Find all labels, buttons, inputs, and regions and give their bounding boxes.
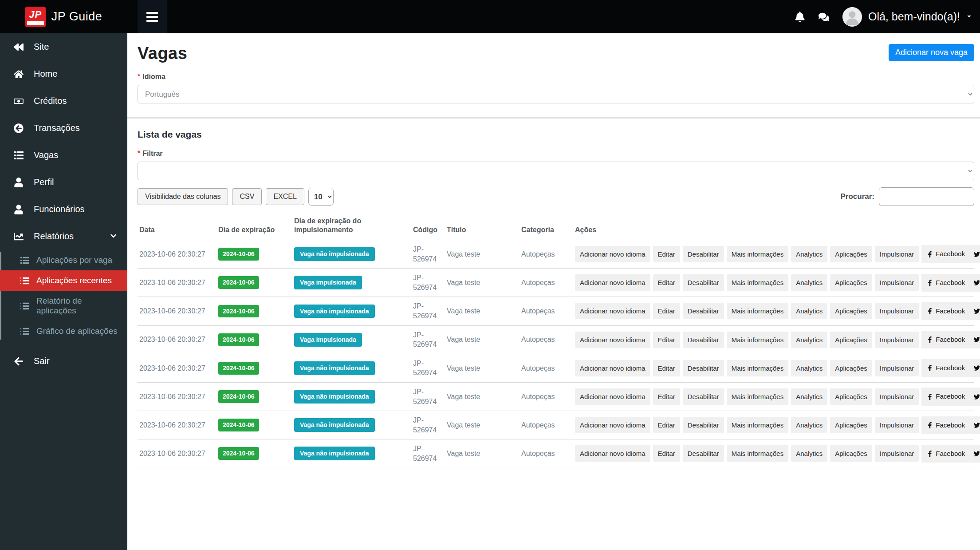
csv-export-button[interactable]: CSV [232,188,262,205]
applications-button[interactable]: Aplicações [830,445,872,462]
add-language-button[interactable]: Adicionar novo idioma [575,360,650,376]
facebook-link[interactable]: Facebook [927,449,965,458]
page-size-select[interactable]: 10 [308,188,334,206]
edit-button[interactable]: Editar [653,303,680,319]
applications-button[interactable]: Aplicações [830,303,872,319]
twitter-link[interactable]: Twitter [974,335,980,344]
more-info-button[interactable]: Mais informações [727,360,789,376]
sidebar-subitem-grafico-de-aplicacoes[interactable]: Gráfico de aplicações [0,321,127,341]
disable-button[interactable]: Desabilitar [683,332,724,348]
add-language-button[interactable]: Adicionar novo idioma [575,445,650,462]
boost-button[interactable]: Impulsionar [875,246,919,262]
twitter-link[interactable]: Twitter [974,392,980,401]
sidebar-item-relatorios[interactable]: Relatórios [0,223,127,250]
add-language-button[interactable]: Adicionar novo idioma [575,388,650,405]
boost-button[interactable]: Impulsionar [875,274,919,291]
column-visibility-button[interactable]: Visibilidade das colunas [138,188,228,205]
applications-button[interactable]: Aplicações [830,332,872,348]
disable-button[interactable]: Desabilitar [683,388,724,405]
sidebar-subitem-aplicacoes-por-vaga[interactable]: Aplicações por vaga [0,250,127,270]
column-header-categoria[interactable]: Categoria [520,212,573,240]
sidebar-subitem-relatorio-de-aplicacoes[interactable]: Relatório de aplicações [0,291,127,321]
column-header-codigo[interactable]: Código [411,212,445,240]
boost-button[interactable]: Impulsionar [875,388,919,405]
add-language-button[interactable]: Adicionar novo idioma [575,246,650,262]
sidebar-item-funcionarios[interactable]: Funcionários [0,196,127,223]
messages-icon[interactable] [819,12,829,22]
analytics-button[interactable]: Analytics [791,303,827,319]
column-header-impulsionamento[interactable]: Dia de expiração do impulsionamento [292,212,411,240]
edit-button[interactable]: Editar [653,360,680,376]
boost-button[interactable]: Impulsionar [875,303,919,319]
analytics-button[interactable]: Analytics [791,274,827,291]
sidebar-item-sair[interactable]: Sair [0,348,127,375]
more-info-button[interactable]: Mais informações [727,332,789,348]
twitter-link[interactable]: Twitter [974,307,980,316]
notifications-bell-icon[interactable] [795,12,805,22]
user-menu[interactable]: Olá, bem-vindo(a)! [842,7,972,27]
boost-button[interactable]: Impulsionar [875,417,919,433]
analytics-button[interactable]: Analytics [791,388,827,405]
sidebar-item-home[interactable]: Home [0,60,127,87]
edit-button[interactable]: Editar [653,246,680,262]
add-language-button[interactable]: Adicionar novo idioma [575,303,650,319]
facebook-link[interactable]: Facebook [927,364,965,372]
sidebar-subitem-aplicacoes-recentes[interactable]: Aplicações recentes [0,270,127,291]
boost-button[interactable]: Impulsionar [875,332,919,348]
edit-button[interactable]: Editar [653,417,680,433]
idioma-select[interactable]: Português [138,85,974,103]
boost-button[interactable]: Impulsionar [875,360,919,376]
sidebar-toggle-button[interactable] [138,0,167,33]
disable-button[interactable]: Desabilitar [683,417,724,433]
boost-button[interactable]: Impulsionar [875,445,919,462]
disable-button[interactable]: Desabilitar [683,246,724,262]
more-info-button[interactable]: Mais informações [727,274,789,291]
column-header-titulo[interactable]: Título [445,212,520,240]
twitter-link[interactable]: Twitter [974,449,980,458]
excel-export-button[interactable]: EXCEL [266,188,304,205]
sidebar-item-creditos[interactable]: Créditos [0,87,127,115]
twitter-link[interactable]: Twitter [974,364,980,372]
facebook-link[interactable]: Facebook [927,421,965,430]
facebook-link[interactable]: Facebook [927,335,965,344]
sidebar-item-perfil[interactable]: Perfil [0,169,127,196]
facebook-link[interactable]: Facebook [927,249,965,258]
twitter-link[interactable]: Twitter [974,249,980,258]
add-vaga-button[interactable]: Adicionar nova vaga [889,44,974,61]
analytics-button[interactable]: Analytics [791,360,827,376]
search-input[interactable] [879,187,974,206]
disable-button[interactable]: Desabilitar [683,360,724,376]
facebook-link[interactable]: Facebook [927,307,965,316]
more-info-button[interactable]: Mais informações [727,303,789,319]
analytics-button[interactable]: Analytics [791,332,827,348]
column-header-data[interactable]: Data [138,212,216,240]
sidebar-item-site[interactable]: Site [0,33,127,60]
twitter-link[interactable]: Twitter [974,278,980,287]
edit-button[interactable]: Editar [653,388,680,405]
applications-button[interactable]: Aplicações [830,388,872,405]
edit-button[interactable]: Editar [653,332,680,348]
disable-button[interactable]: Desabilitar [683,274,724,291]
sidebar-item-transacoes[interactable]: Transações [0,115,127,142]
twitter-link[interactable]: Twitter [974,421,980,430]
applications-button[interactable]: Aplicações [830,274,872,291]
more-info-button[interactable]: Mais informações [727,246,789,262]
analytics-button[interactable]: Analytics [791,246,827,262]
column-header-expiracao[interactable]: Dia de expiração [216,212,292,240]
facebook-link[interactable]: Facebook [927,392,965,401]
analytics-button[interactable]: Analytics [791,445,827,462]
filter-select[interactable] [138,162,974,180]
edit-button[interactable]: Editar [653,445,680,462]
brand[interactable]: JP JP Guide [0,0,127,33]
disable-button[interactable]: Desabilitar [683,445,724,462]
add-language-button[interactable]: Adicionar novo idioma [575,332,650,348]
edit-button[interactable]: Editar [653,274,680,291]
sidebar-item-vagas[interactable]: Vagas [0,142,127,169]
disable-button[interactable]: Desabilitar [683,303,724,319]
analytics-button[interactable]: Analytics [791,417,827,433]
more-info-button[interactable]: Mais informações [727,388,789,405]
applications-button[interactable]: Aplicações [830,417,872,433]
applications-button[interactable]: Aplicações [830,360,872,376]
add-language-button[interactable]: Adicionar novo idioma [575,274,650,291]
more-info-button[interactable]: Mais informações [727,445,789,462]
